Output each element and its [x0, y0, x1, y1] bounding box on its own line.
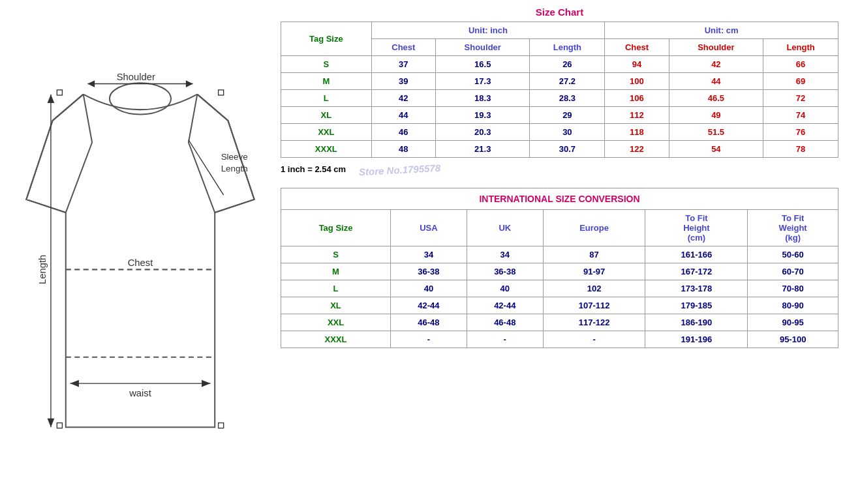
svg-rect-15 — [219, 90, 224, 95]
table-row: L 40 40 102 173-178 70-80 — [281, 280, 838, 297]
svg-marker-4 — [87, 80, 95, 87]
table-row: XXL 46 20.3 30 118 51.5 76 — [281, 124, 838, 141]
size-chart-title: Size Chart — [281, 7, 838, 18]
svg-marker-11 — [70, 380, 79, 387]
svg-rect-16 — [219, 423, 224, 428]
unit-inch-header: Unit: inch — [371, 22, 605, 39]
conv-tag-header: Tag Size — [281, 210, 391, 246]
shoulder-cm-col: Shoulder — [669, 39, 763, 56]
conv-uk-col: UK — [467, 210, 543, 246]
length-cm-col: Length — [763, 39, 838, 56]
conv-weight-col: To FitWeight(kg) — [748, 210, 838, 246]
conv-europe-col: Europe — [543, 210, 645, 246]
shoulder-inch-col: Shoulder — [436, 39, 530, 56]
svg-rect-13 — [57, 90, 62, 95]
table-row: XL 44 19.3 29 112 49 74 — [281, 107, 838, 124]
conversion-table: INTERNATIONAL SIZE CONVERSION Tag Size U… — [281, 188, 838, 348]
conv-usa-col: USA — [391, 210, 467, 246]
length-label: Length — [37, 255, 48, 284]
unit-cm-header: Unit: cm — [605, 22, 838, 39]
diagram-panel: Shoulder Sleeve Length Length Chest wais… — [0, 0, 281, 504]
table-row: L 42 18.3 28.3 106 46.5 72 — [281, 90, 838, 107]
table-row: XXXL - - - 191-196 95-100 — [281, 331, 838, 348]
table-row: M 36-38 36-38 91-97 167-172 60-70 — [281, 263, 838, 280]
size-chart-table: Tag Size Unit: inch Unit: cm Chest Shoul… — [281, 22, 838, 158]
svg-marker-12 — [202, 380, 210, 387]
conversion-title: INTERNATIONAL SIZE CONVERSION — [281, 188, 838, 210]
watermark: Store No.1795578 — [359, 162, 441, 178]
shoulder-label: Shoulder — [117, 72, 155, 82]
chest-inch-col: Chest — [371, 39, 435, 56]
sleeve-length-label: Length — [221, 164, 248, 173]
conv-height-col: To FitHeight(cm) — [645, 210, 748, 246]
svg-marker-8 — [48, 95, 55, 103]
waist-label: waist — [129, 388, 151, 398]
length-inch-col: Length — [530, 39, 605, 56]
svg-marker-9 — [48, 419, 55, 427]
sleeve-label: Sleeve — [221, 152, 248, 162]
svg-line-6 — [189, 140, 224, 196]
table-row: XL 42-44 42-44 107-112 179-185 80-90 — [281, 297, 838, 314]
chest-cm-col: Chest — [605, 39, 669, 56]
svg-rect-14 — [57, 423, 62, 428]
chest-label: Chest — [128, 258, 153, 268]
table-row: S 37 16.5 26 94 42 66 — [281, 56, 838, 73]
svg-marker-5 — [186, 80, 193, 87]
right-panel: Size Chart Tag Size Unit: inch Unit: cm … — [281, 0, 845, 504]
table-row: XXL 46-48 46-48 117-122 186-190 90-95 — [281, 314, 838, 331]
table-row: XXXL 48 21.3 30.7 122 54 78 — [281, 141, 838, 158]
inch-note: 1 inch = 2.54 cm Store No.1795578 — [281, 164, 838, 174]
table-row: S 34 34 87 161-166 50-60 — [281, 246, 838, 263]
tag-size-header: Tag Size — [281, 22, 372, 56]
table-row: M 39 17.3 27.2 100 44 69 — [281, 73, 838, 90]
